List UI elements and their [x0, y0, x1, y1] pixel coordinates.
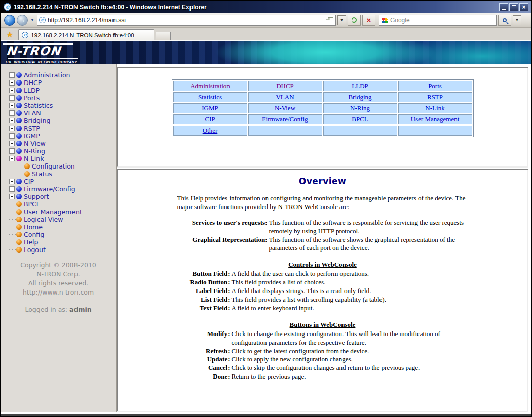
link-user-management[interactable]: User Management — [411, 115, 460, 123]
expand-plus-icon[interactable] — [9, 88, 15, 93]
expand-plus-icon[interactable] — [9, 118, 15, 123]
link-n-link[interactable]: N-Link — [425, 104, 444, 112]
new-tab-button[interactable] — [156, 32, 171, 40]
link-other[interactable]: Other — [203, 127, 218, 134]
expand-plus-icon[interactable] — [9, 179, 15, 184]
close-button[interactable]: × — [519, 3, 528, 11]
expand-plus-icon[interactable] — [9, 110, 15, 116]
link-igmp[interactable]: IGMP — [202, 104, 218, 112]
link-n-ring[interactable]: N-Ring — [350, 104, 370, 112]
table-row: Other — [173, 126, 472, 136]
nav-link-cell-empty — [323, 126, 397, 136]
history-dropdown-icon[interactable]: ▼ — [30, 18, 34, 22]
link-statistics[interactable]: Statistics — [198, 93, 222, 101]
sidebar-item-statistics[interactable]: Statistics — [9, 102, 116, 109]
leaf-bullet-icon — [16, 247, 22, 253]
sidebar-item-bpcl[interactable]: BPCL — [9, 200, 116, 208]
table-row: CIP Firmware/Config BPCL User Management — [173, 114, 472, 124]
leaf-bullet-icon — [24, 171, 30, 177]
link-dhcp[interactable]: DHCP — [276, 82, 294, 90]
sidebar-item-n-view[interactable]: N-View — [9, 140, 116, 147]
controls-heading: Controls in WebConsole — [177, 261, 468, 269]
sidebar-item-ports[interactable]: Ports — [9, 94, 116, 102]
sidebar-item-home[interactable]: Home — [9, 223, 116, 231]
branch-bullet-icon — [16, 95, 22, 101]
sidebar-item-logical-view[interactable]: Logical View — [9, 216, 116, 223]
sidebar-item-n-ring[interactable]: N-Ring — [9, 147, 116, 155]
url-text[interactable]: http://192.168.2.214/main.ssi — [48, 17, 126, 24]
sidebar-item-logout[interactable]: Logout — [9, 246, 116, 254]
button-term: Update: — [177, 355, 230, 364]
sidebar-item-user-management[interactable]: User Management — [9, 208, 116, 216]
leaf-bullet-icon — [16, 239, 22, 245]
address-dropdown-button[interactable]: ▼ — [337, 15, 346, 25]
link-vlan[interactable]: VLAN — [276, 93, 294, 101]
sidebar-item-firmware-config[interactable]: Firmware/Config — [9, 185, 116, 193]
expand-plus-icon[interactable] — [9, 80, 15, 86]
table-row: Statistics VLAN Bridging RSTP — [173, 92, 472, 102]
sidebar-item-status[interactable]: Status — [9, 170, 116, 178]
overview-intro: This Help provides information on config… — [177, 194, 468, 212]
leaf-bullet-icon — [16, 209, 22, 215]
expand-plus-icon[interactable] — [9, 133, 15, 139]
go-arrow-icon[interactable] — [326, 17, 333, 23]
stop-icon: × — [367, 16, 371, 24]
sidebar-item-igmp[interactable]: IGMP — [9, 132, 116, 140]
branch-bullet-icon — [16, 72, 22, 78]
tab-favicon-icon: e — [22, 32, 28, 38]
sidebar-item-support[interactable]: Support — [9, 193, 116, 200]
sidebar-item-administration[interactable]: Administration — [9, 71, 116, 79]
nav-link-cell: LLDP — [323, 81, 397, 91]
collapse-minus-icon[interactable] — [9, 156, 15, 161]
sidebar-item-n-link[interactable]: N-Link — [9, 155, 116, 162]
expand-plus-icon[interactable] — [9, 126, 15, 131]
maximize-button[interactable] — [509, 3, 518, 11]
page-title: Overview — [299, 176, 347, 186]
expand-plus-icon[interactable] — [9, 103, 15, 108]
link-bpcl[interactable]: BPCL — [352, 115, 368, 123]
search-input[interactable]: Google — [379, 15, 497, 26]
sidebar-item-rstp[interactable]: RSTP — [9, 124, 116, 132]
expand-plus-icon[interactable] — [9, 72, 15, 78]
sidebar-item-help[interactable]: Help — [9, 238, 116, 246]
link-n-view[interactable]: N-View — [275, 104, 295, 112]
nav-link-cell: VLAN — [248, 92, 322, 102]
sidebar-item-cip[interactable]: CIP — [9, 178, 116, 185]
expand-plus-icon[interactable] — [9, 141, 15, 146]
logo-text: N-TRON — [5, 45, 78, 58]
link-cip[interactable]: CIP — [205, 115, 215, 123]
tree-connector — [17, 166, 24, 166]
sidebar-item-configuration[interactable]: Configuration — [9, 162, 116, 170]
back-button[interactable]: ← — [4, 15, 15, 26]
expand-plus-icon[interactable] — [9, 186, 15, 192]
branch-bullet-icon — [16, 194, 22, 199]
address-bar[interactable]: e http://192.168.2.214/main.ssi — [37, 15, 336, 26]
sidebar-item-lldp[interactable]: LLDP — [9, 87, 116, 94]
refresh-button[interactable] — [348, 15, 361, 26]
search-button[interactable] — [498, 15, 511, 26]
navigation-tree: Administration DHCP LLDP Ports Statistic… — [1, 64, 116, 254]
link-firmware-config[interactable]: Firmware/Config — [262, 115, 308, 123]
sidebar-item-bridging[interactable]: Bridging — [9, 117, 116, 124]
link-lldp[interactable]: LLDP — [352, 82, 368, 90]
search-dropdown-button[interactable]: ▼ — [513, 15, 521, 25]
nav-link-cell: IGMP — [173, 103, 247, 113]
function-term: Services to user's requests: — [177, 219, 268, 236]
tree-connector — [9, 204, 16, 204]
expand-plus-icon[interactable] — [9, 148, 15, 154]
favorites-star-icon[interactable]: ★ — [6, 30, 13, 39]
minimize-button[interactable] — [499, 3, 508, 11]
sidebar-item-dhcp[interactable]: DHCP — [9, 79, 116, 87]
expand-plus-icon[interactable] — [9, 95, 15, 101]
forward-button[interactable]: → — [17, 15, 28, 26]
sidebar-item-vlan[interactable]: VLAN — [9, 109, 116, 117]
link-administration[interactable]: Administration — [190, 82, 230, 90]
tab-active[interactable]: e 192.168.2.214 N-TRON Switch fb:e4:00 — [18, 29, 154, 40]
sidebar-item-config[interactable]: Config — [9, 231, 116, 238]
link-rstp[interactable]: RSTP — [427, 93, 443, 101]
link-ports[interactable]: Ports — [428, 82, 442, 90]
button-term: Refresh: — [177, 347, 230, 356]
link-bridging[interactable]: Bridging — [348, 93, 371, 101]
stop-button[interactable]: × — [362, 15, 375, 26]
expand-plus-icon[interactable] — [9, 194, 15, 199]
